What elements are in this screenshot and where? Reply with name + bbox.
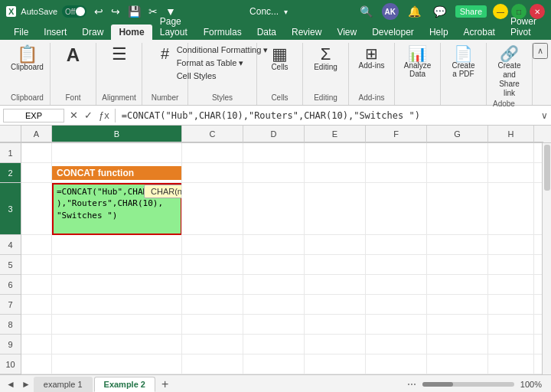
cell-b4[interactable]: [52, 235, 182, 254]
horizontal-scrollbar[interactable]: [422, 382, 514, 387]
cell-h3[interactable]: [488, 183, 534, 235]
alignment-button[interactable]: ☰: [104, 44, 135, 64]
col-header-e[interactable]: E: [305, 126, 366, 142]
scroll-thumb[interactable]: [544, 145, 550, 191]
cell-e9[interactable]: [305, 335, 366, 354]
cell-h1[interactable]: [488, 143, 534, 162]
tab-options-button[interactable]: ⋯: [404, 377, 419, 391]
cell-c7[interactable]: [182, 295, 243, 314]
cell-d2[interactable]: [243, 163, 305, 182]
cell-g4[interactable]: [427, 235, 488, 254]
cell-b5[interactable]: [52, 255, 182, 274]
cell-d1[interactable]: [243, 143, 305, 162]
cell-g6[interactable]: [427, 275, 488, 294]
cell-e2[interactable]: [305, 163, 366, 182]
row-header-2[interactable]: 2: [0, 163, 21, 183]
tab-help[interactable]: Help: [422, 24, 456, 40]
cell-c1[interactable]: [182, 143, 243, 162]
col-header-b[interactable]: B: [52, 126, 182, 142]
col-header-h[interactable]: H: [488, 126, 534, 142]
tab-draw[interactable]: Draw: [74, 24, 111, 40]
tab-page-layout[interactable]: Page Layout: [152, 14, 196, 40]
cell-h5[interactable]: [488, 255, 534, 274]
cell-e3[interactable]: [305, 183, 366, 235]
cell-f1[interactable]: [366, 143, 427, 162]
tab-insert[interactable]: Insert: [36, 24, 74, 40]
formula-input[interactable]: [119, 109, 538, 122]
row-header-10[interactable]: 10: [0, 354, 21, 374]
cell-a4[interactable]: [21, 235, 52, 254]
cell-b7[interactable]: [52, 295, 182, 314]
clipboard-button[interactable]: 📋 Clipboard: [8, 44, 47, 73]
ribbon-display-button[interactable]: 🔔: [405, 4, 424, 19]
formula-expand-button[interactable]: ∨: [541, 110, 548, 121]
col-header-a[interactable]: A: [21, 126, 52, 142]
cell-d10[interactable]: [243, 354, 305, 374]
comments-button[interactable]: 💬: [430, 4, 449, 19]
cell-e6[interactable]: [305, 275, 366, 294]
cell-h2[interactable]: [488, 163, 534, 182]
sheet-tab-example1[interactable]: example 1: [34, 377, 93, 392]
row-header-3[interactable]: 3: [0, 183, 21, 235]
font-button[interactable]: A: [58, 44, 89, 66]
tab-acrobat[interactable]: Acrobat: [456, 24, 503, 40]
cell-d6[interactable]: [243, 275, 305, 294]
create-pdf-button[interactable]: 📄 Createa PDF: [448, 44, 479, 80]
cancel-formula-button[interactable]: ✕: [67, 109, 80, 122]
row-header-8[interactable]: 8: [0, 315, 21, 335]
share-button[interactable]: Share: [455, 5, 487, 18]
autosave-toggle[interactable]: Off: [62, 5, 86, 18]
name-box[interactable]: [3, 109, 64, 122]
cell-c3[interactable]: [182, 183, 243, 235]
row-header-7[interactable]: 7: [0, 295, 21, 315]
cell-a7[interactable]: [21, 295, 52, 314]
cell-b10[interactable]: [52, 354, 182, 374]
dropdown-arrow[interactable]: ▾: [284, 8, 288, 16]
cell-d3[interactable]: [243, 183, 305, 235]
create-share-button[interactable]: 🔗 Create and Share link: [493, 44, 526, 100]
cell-f9[interactable]: [366, 335, 427, 354]
cell-g9[interactable]: [427, 335, 488, 354]
tab-file[interactable]: File: [6, 24, 36, 40]
avatar[interactable]: AK: [382, 3, 399, 20]
cells-button[interactable]: ▦ Cells: [265, 44, 295, 73]
cell-h8[interactable]: [488, 315, 534, 334]
ribbon-collapse-button[interactable]: ∧: [533, 43, 548, 59]
cell-f8[interactable]: [366, 315, 427, 334]
tab-power-pivot[interactable]: Power Pivot: [503, 14, 545, 40]
cell-a9[interactable]: [21, 335, 52, 354]
cell-f10[interactable]: [366, 354, 427, 374]
cell-g5[interactable]: [427, 255, 488, 274]
cell-f6[interactable]: [366, 275, 427, 294]
redo-button[interactable]: ↪: [108, 4, 123, 19]
cell-g2[interactable]: [427, 163, 488, 182]
cell-a5[interactable]: [21, 255, 52, 274]
cell-g1[interactable]: [427, 143, 488, 162]
row-header-9[interactable]: 9: [0, 335, 21, 354]
cell-h10[interactable]: [488, 354, 534, 374]
cell-e5[interactable]: [305, 255, 366, 274]
cell-b2[interactable]: CONCAT function: [52, 163, 182, 182]
cell-h7[interactable]: [488, 295, 534, 314]
addins-button[interactable]: ⊞ Add-ins: [356, 44, 388, 71]
cell-a6[interactable]: [21, 275, 52, 294]
cell-c6[interactable]: [182, 275, 243, 294]
undo-button[interactable]: ↩: [91, 4, 106, 19]
cell-e8[interactable]: [305, 315, 366, 334]
cell-f4[interactable]: [366, 235, 427, 254]
cell-f3[interactable]: [366, 183, 427, 235]
cell-b6[interactable]: [52, 275, 182, 294]
tab-formulas[interactable]: Formulas: [196, 24, 249, 40]
cell-h9[interactable]: [488, 335, 534, 354]
tab-prev-button[interactable]: ◄: [3, 377, 18, 391]
cell-b8[interactable]: [52, 315, 182, 334]
cell-g7[interactable]: [427, 295, 488, 314]
tab-data[interactable]: Data: [249, 24, 284, 40]
cell-f2[interactable]: [366, 163, 427, 182]
cell-h4[interactable]: [488, 235, 534, 254]
cell-a3[interactable]: [21, 183, 52, 235]
tab-review[interactable]: Review: [284, 24, 329, 40]
col-header-g[interactable]: G: [427, 126, 488, 142]
cell-b1[interactable]: [52, 143, 182, 162]
cell-d4[interactable]: [243, 235, 305, 254]
